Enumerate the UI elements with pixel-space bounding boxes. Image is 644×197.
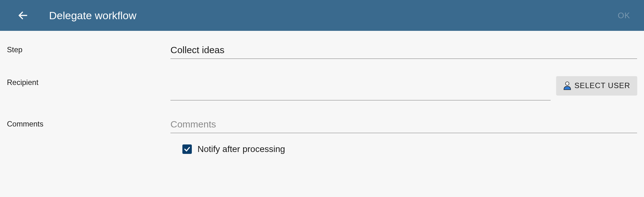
arrow-left-icon (17, 10, 29, 21)
step-label: Step (7, 43, 170, 54)
user-icon (563, 81, 571, 90)
check-icon (184, 146, 191, 153)
select-user-label: SELECT USER (575, 81, 630, 90)
ok-button[interactable]: OK (613, 8, 635, 23)
recipient-row: Recipient SELECT USER (7, 76, 637, 100)
dialog-title: Delegate workflow (49, 9, 613, 22)
comments-input[interactable] (170, 118, 637, 133)
recipient-label: Recipient (7, 76, 170, 87)
back-button[interactable] (17, 10, 29, 21)
dialog-header: Delegate workflow OK (0, 0, 644, 31)
step-row: Step (7, 43, 637, 59)
notify-checkbox[interactable] (182, 144, 192, 154)
notify-label: Notify after processing (197, 144, 285, 154)
select-user-button[interactable]: SELECT USER (556, 76, 637, 95)
comments-label: Comments (7, 118, 170, 128)
svg-point-1 (565, 82, 569, 85)
comments-row: Comments (7, 118, 637, 133)
step-input[interactable] (170, 43, 637, 59)
form-body: Step Recipient SELECT USER Comments (0, 31, 644, 154)
notify-row: Notify after processing (7, 144, 637, 154)
recipient-input[interactable] (170, 84, 551, 100)
